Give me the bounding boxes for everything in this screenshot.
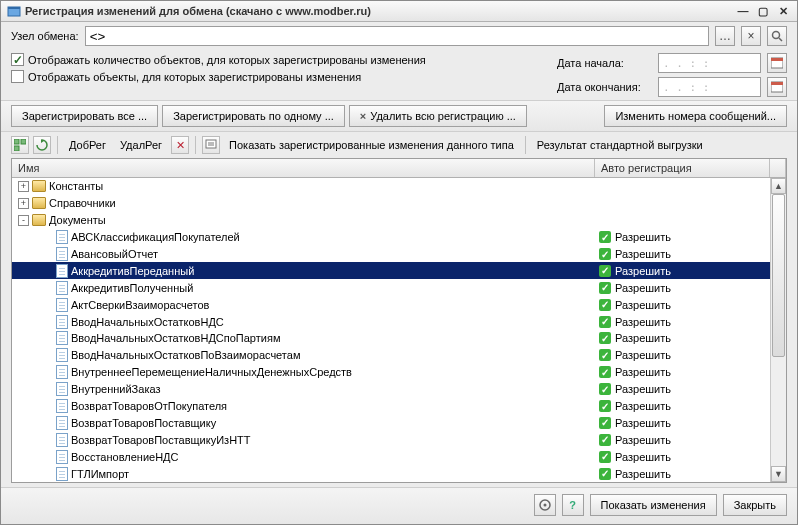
register-one-button[interactable]: Зарегистрировать по одному ... (162, 105, 345, 127)
udalreg-button[interactable]: УдалРег (115, 136, 167, 154)
scroll-up-button[interactable]: ▲ (771, 178, 786, 194)
auto-reg-value: Разрешить (615, 299, 671, 311)
document-icon (56, 331, 68, 345)
close-window-button[interactable]: Закрыть (723, 494, 787, 516)
svg-rect-9 (21, 139, 26, 144)
settings-icon[interactable] (534, 494, 556, 516)
close-button[interactable]: ✕ (775, 5, 791, 18)
tree-root-label: Документы (49, 214, 106, 226)
search-node-button[interactable] (767, 26, 787, 46)
tree-view[interactable]: + Константы + Справочники - Документы АВ… (12, 178, 770, 482)
dobreg-button[interactable]: ДобРег (64, 136, 111, 154)
tree-item[interactable]: ВводНачальныхОстатковНДСпоПартиям ✓ Разр… (12, 330, 770, 347)
tree-item[interactable]: АВСКлассификацияПокупателей ✓ Разрешить (12, 229, 770, 246)
date-end-label: Дата окончания: (557, 81, 652, 93)
vertical-scrollbar[interactable]: ▲ ▼ (770, 178, 786, 482)
tree-item[interactable]: ВозвратТоваровОтПокупателя ✓ Разрешить (12, 398, 770, 415)
document-icon (56, 416, 68, 430)
tree-item[interactable]: ВводНачальныхОстатковНДС ✓ Разрешить (12, 313, 770, 330)
scroll-thumb[interactable] (772, 194, 785, 357)
refresh-icon[interactable] (33, 136, 51, 154)
show-registered-changes-button[interactable]: Показать зарегистрированные изменения да… (224, 136, 519, 154)
change-message-numbers-button[interactable]: Изменить номера сообщений... (604, 105, 787, 127)
svg-rect-8 (14, 139, 19, 144)
folder-icon (32, 214, 46, 226)
tree-root[interactable]: + Справочники (12, 195, 770, 212)
auto-reg-check-icon: ✓ (599, 248, 611, 260)
tree-item[interactable]: ВозвратТоваровПоставщику ✓ Разрешить (12, 414, 770, 431)
tree-root-label: Константы (49, 180, 103, 192)
date-start-calendar-button[interactable] (767, 53, 787, 73)
footer: ? Показать изменения Закрыть (1, 487, 797, 524)
window-title: Регистрация изменений для обмена (скачан… (25, 5, 731, 17)
tree-item[interactable]: ВнутреннийЗаказ ✓ Разрешить (12, 381, 770, 398)
minimize-button[interactable]: — (735, 5, 751, 17)
app-window: Регистрация изменений для обмена (скачан… (0, 0, 798, 525)
scroll-down-button[interactable]: ▼ (771, 466, 786, 482)
filter-icon[interactable] (202, 136, 220, 154)
column-name[interactable]: Имя (12, 159, 595, 177)
tree-item[interactable]: АктСверкиВзаиморасчетов ✓ Разрешить (12, 296, 770, 313)
tree-item[interactable]: ВнутреннееПеремещениеНаличныхДенежныхСре… (12, 364, 770, 381)
svg-rect-10 (14, 146, 19, 151)
tree-expander[interactable]: + (18, 181, 29, 192)
document-icon (56, 467, 68, 481)
tree-item-label: АвансовыйОтчет (71, 248, 158, 260)
tree-item-label: ВводНачальныхОстатковНДС (71, 316, 224, 328)
auto-reg-check-icon: ✓ (599, 434, 611, 446)
tree-icon[interactable] (11, 136, 29, 154)
tree-root[interactable]: - Документы (12, 212, 770, 229)
tree-item-label: ВосстановлениеНДС (71, 451, 178, 463)
tree-item[interactable]: ВводНачальныхОстатковПоВзаиморасчетам ✓ … (12, 347, 770, 364)
tree-item-label: АккредитивПолученный (71, 282, 193, 294)
show-counts-checkbox[interactable]: ✓ (11, 53, 24, 66)
tree-item[interactable]: ВозвратТоваровПоставщикуИзНТТ ✓ Разрешит… (12, 431, 770, 448)
titlebar: Регистрация изменений для обмена (скачан… (1, 1, 797, 22)
help-icon[interactable]: ? (562, 494, 584, 516)
document-icon (56, 399, 68, 413)
tree-item[interactable]: АвансовыйОтчет ✓ Разрешить (12, 246, 770, 263)
tree-item-label: АВСКлассификацияПокупателей (71, 231, 240, 243)
auto-reg-value: Разрешить (615, 468, 671, 480)
auto-reg-check-icon: ✓ (599, 417, 611, 429)
auto-reg-value: Разрешить (615, 332, 671, 344)
tree-item-label: ВозвратТоваровПоставщику (71, 417, 216, 429)
folder-icon (32, 180, 46, 192)
auto-reg-check-icon: ✓ (599, 265, 611, 277)
tree-item-label: АктСверкиВзаиморасчетов (71, 299, 209, 311)
document-icon (56, 264, 68, 278)
date-end-calendar-button[interactable] (767, 77, 787, 97)
tree-item-label: АккредитивПереданный (71, 265, 194, 277)
delete-icon[interactable]: ✕ (171, 136, 189, 154)
tree-root[interactable]: + Константы (12, 178, 770, 195)
date-end-field[interactable]: . . : : (658, 77, 761, 97)
tree-expander[interactable]: - (18, 215, 29, 226)
register-all-button[interactable]: Зарегистрировать все ... (11, 105, 158, 127)
tree-item[interactable]: АккредитивПереданный ✓ Разрешить (12, 262, 770, 279)
app-icon (7, 4, 21, 18)
separator (57, 136, 58, 154)
show-objects-checkbox[interactable] (11, 70, 24, 83)
maximize-button[interactable]: ▢ (755, 5, 771, 18)
show-changes-button[interactable]: Показать изменения (590, 494, 717, 516)
document-icon (56, 433, 68, 447)
date-start-field[interactable]: . . : : (658, 53, 761, 73)
select-node-button[interactable]: … (715, 26, 735, 46)
column-auto[interactable]: Авто регистрация (595, 159, 770, 177)
scroll-track[interactable] (771, 194, 786, 466)
tree-expander[interactable]: + (18, 198, 29, 209)
exchange-node-label: Узел обмена: (11, 30, 79, 42)
clear-node-button[interactable]: × (741, 26, 761, 46)
exchange-node-field[interactable] (85, 26, 709, 46)
tree-item[interactable]: ГТЛИмпорт ✓ Разрешить (12, 465, 770, 482)
tree-item[interactable]: ВосстановлениеНДС ✓ Разрешить (12, 448, 770, 465)
auto-reg-check-icon: ✓ (599, 400, 611, 412)
svg-rect-1 (8, 7, 20, 9)
tree-item[interactable]: АккредитивПолученный ✓ Разрешить (12, 279, 770, 296)
auto-reg-value: Разрешить (615, 349, 671, 361)
delete-all-registration-button[interactable]: ×Удалить всю регистрацию ... (349, 105, 527, 127)
tree-root-label: Справочники (49, 197, 116, 209)
svg-point-2 (773, 32, 780, 39)
auto-reg-check-icon: ✓ (599, 349, 611, 361)
standard-export-result-button[interactable]: Результат стандартной выгрузки (532, 136, 708, 154)
